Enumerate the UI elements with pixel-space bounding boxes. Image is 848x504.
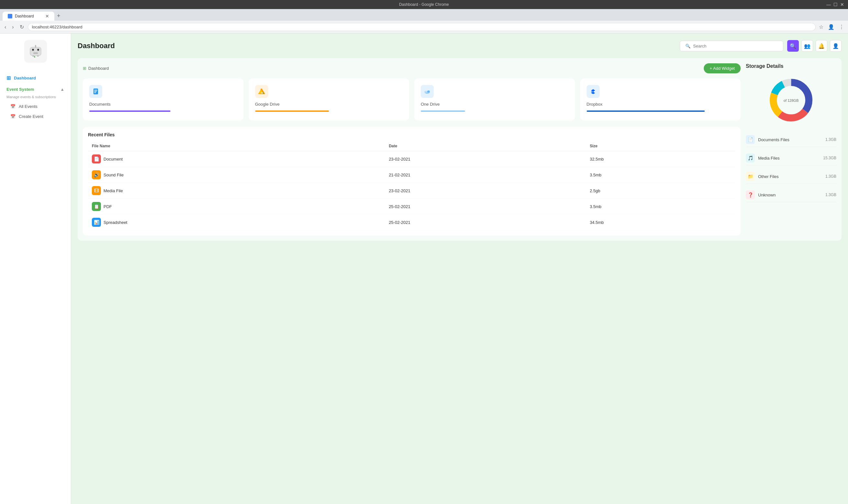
donut-chart: of 128GB xyxy=(765,74,817,126)
google-drive-label: Google Drive xyxy=(255,102,403,107)
file-name-cell: 🔊 Sound File xyxy=(88,167,385,183)
window-controls[interactable]: — ☐ ✕ xyxy=(826,2,844,7)
storage-item-label: Unknown xyxy=(758,193,822,197)
sidebar-item-all-events[interactable]: 📅 All Events xyxy=(0,102,71,111)
browser-toolbar: ‹ › ↻ localhost:46223/dashboard ☆ 👤 ⋮ xyxy=(0,21,848,34)
sidebar-item-dashboard[interactable]: ⊞ Dashboard xyxy=(0,72,71,84)
dashboard-icon: ⊞ xyxy=(6,75,11,81)
file-name: Media File xyxy=(104,188,123,193)
one-drive-label: One Drive xyxy=(421,102,569,107)
recent-files-title: Recent Files xyxy=(88,132,735,137)
profile-button[interactable]: 👤 xyxy=(827,23,836,31)
file-name: Spreadsheet xyxy=(104,220,127,225)
file-date: 23-02-2021 xyxy=(385,151,586,167)
search-input[interactable] xyxy=(693,43,778,49)
svg-point-3 xyxy=(32,49,34,51)
widget-one-drive[interactable]: One Drive xyxy=(414,78,575,121)
file-date: 21-02-2021 xyxy=(385,167,586,183)
file-date: 23-02-2021 xyxy=(385,183,586,199)
app-container: ⊞ Dashboard Event System ▲ Manage events… xyxy=(0,34,848,504)
widget-documents[interactable]: Documents xyxy=(83,78,244,121)
tab-close-button[interactable]: ✕ xyxy=(45,14,49,19)
file-size: 3.5mb xyxy=(586,199,735,215)
refresh-button[interactable]: ↻ xyxy=(18,23,26,31)
storage-title: Storage Details xyxy=(746,63,836,69)
header-users-button[interactable]: 👥 xyxy=(801,40,813,52)
documents-icon xyxy=(89,85,102,98)
storage-item: 📄 Documents Files 1.3GB xyxy=(746,132,836,147)
tab-favicon xyxy=(8,14,12,18)
widget-google-drive[interactable]: Google Drive xyxy=(249,78,410,121)
col-filename: File Name xyxy=(88,141,385,151)
file-icon: 🎞 xyxy=(92,186,101,195)
storage-item-size: 1.3GB xyxy=(825,193,836,197)
col-size: Size xyxy=(586,141,735,151)
table-row[interactable]: 📊 Spreadsheet 25-02-2021 34.5mb xyxy=(88,215,735,230)
tab-bar: Dashboard ✕ + xyxy=(0,9,848,21)
file-size: 34.5mb xyxy=(586,215,735,230)
all-events-icon: 📅 xyxy=(10,104,16,109)
storage-item: ❓ Unknown 1.3GB xyxy=(746,188,836,202)
storage-item-label: Media Files xyxy=(758,156,820,161)
table-row[interactable]: 🎞 Media File 23-02-2021 2.5gb xyxy=(88,183,735,199)
table-row[interactable]: 📋 PDF 25-02-2021 3.5mb xyxy=(88,199,735,215)
file-size: 32.5mb xyxy=(586,151,735,167)
close-button[interactable]: ✕ xyxy=(840,2,844,7)
svg-rect-14 xyxy=(94,92,96,93)
browser-titlebar: Dashboard - Google Chrome — ☐ ✕ xyxy=(0,0,848,9)
maximize-button[interactable]: ☐ xyxy=(833,2,838,7)
table-row[interactable]: 🔊 Sound File 21-02-2021 3.5mb xyxy=(88,167,735,183)
table-row[interactable]: 📄 Document 23-02-2021 32.5mb xyxy=(88,151,735,167)
dropbox-bar xyxy=(587,110,705,112)
breadcrumb-label: Dashboard xyxy=(88,66,109,71)
minimize-button[interactable]: — xyxy=(826,2,831,7)
donut-center: of 128GB xyxy=(784,98,798,103)
documents-label: Documents xyxy=(89,102,237,107)
bookmark-button[interactable]: ☆ xyxy=(818,23,825,31)
menu-button[interactable]: ⋮ xyxy=(838,23,845,31)
create-event-icon: 📅 xyxy=(10,114,16,119)
dashboard-panel: ⊞ Dashboard + Add Widget Documents xyxy=(77,58,842,241)
add-widget-button[interactable]: + Add Widget xyxy=(704,63,741,73)
header-user-button[interactable]: 👤 xyxy=(830,40,842,52)
donut-chart-container: of 128GB xyxy=(746,74,836,126)
svg-point-10 xyxy=(34,56,35,57)
storage-item-icon: 📄 xyxy=(746,135,755,144)
col-date: Date xyxy=(385,141,586,151)
address-bar[interactable]: localhost:46223/dashboard xyxy=(28,23,816,31)
storage-panel: Storage Details xyxy=(746,63,836,235)
google-drive-icon xyxy=(255,85,268,98)
tab-dashboard[interactable]: Dashboard ✕ xyxy=(3,12,54,21)
svg-rect-12 xyxy=(94,90,97,90)
back-button[interactable]: ‹ xyxy=(3,23,8,31)
event-system-label[interactable]: Event System xyxy=(6,87,34,92)
file-name-cell: 📊 Spreadsheet xyxy=(88,215,385,230)
header-search-button[interactable]: 🔍 xyxy=(787,40,799,52)
storage-item-label: Other Files xyxy=(758,174,822,179)
breadcrumb: ⊞ Dashboard xyxy=(83,66,109,71)
sidebar-logo xyxy=(0,34,71,69)
one-drive-bar xyxy=(421,110,465,112)
file-name: PDF xyxy=(104,204,112,209)
create-event-label: Create Event xyxy=(19,114,44,119)
forward-button[interactable]: › xyxy=(10,23,16,31)
new-tab-button[interactable]: + xyxy=(54,11,63,21)
svg-point-4 xyxy=(37,49,39,51)
svg-rect-9 xyxy=(37,56,39,56)
all-events-label: All Events xyxy=(19,104,37,109)
svg-point-7 xyxy=(35,45,36,46)
breadcrumb-icon: ⊞ xyxy=(83,66,86,71)
sidebar: ⊞ Dashboard Event System ▲ Manage events… xyxy=(0,34,71,504)
widget-dropbox[interactable]: Dropbox xyxy=(580,78,741,121)
file-date: 25-02-2021 xyxy=(385,199,586,215)
header-bell-button[interactable]: 🔔 xyxy=(816,40,827,52)
search-bar[interactable]: 🔍 xyxy=(680,41,783,51)
svg-rect-5 xyxy=(33,52,38,54)
google-drive-bar xyxy=(255,110,329,112)
sidebar-item-create-event[interactable]: 📅 Create Event xyxy=(0,111,71,122)
dashboard-sub-header: ⊞ Dashboard + Add Widget xyxy=(83,63,741,73)
main-header: Dashboard 🔍 🔍 👥 🔔 👤 xyxy=(77,40,842,52)
collapse-icon[interactable]: ▲ xyxy=(60,87,64,92)
storage-item-label: Documents Files xyxy=(758,137,822,142)
svg-rect-13 xyxy=(94,91,97,92)
